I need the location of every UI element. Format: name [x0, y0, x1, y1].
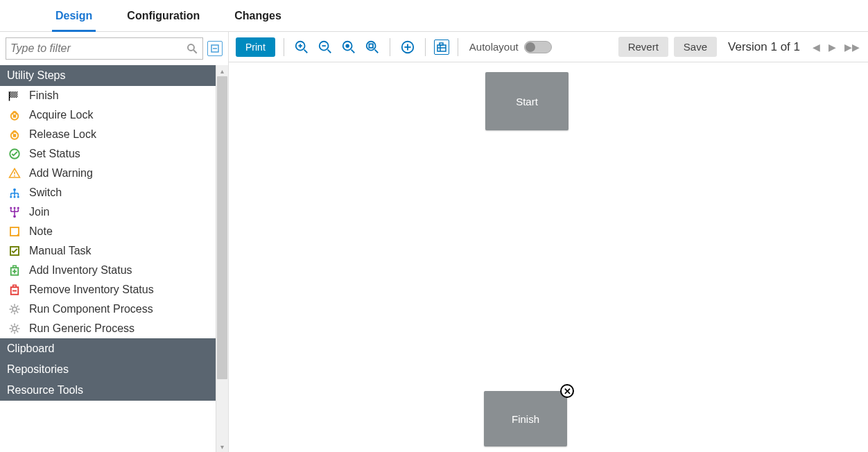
- version-last-icon[interactable]: ▶▶: [843, 42, 861, 53]
- svg-line-50: [17, 306, 18, 307]
- zoom-actual-icon[interactable]: [363, 38, 381, 56]
- version-prev-icon[interactable]: ◀: [811, 42, 822, 53]
- set-status-icon: [8, 148, 21, 160]
- step-item-gear[interactable]: Run Component Process: [0, 299, 216, 319]
- step-item-note[interactable]: Note: [0, 222, 216, 241]
- scrollbar-thumb[interactable]: [217, 76, 227, 379]
- svg-point-0: [188, 44, 194, 51]
- switch-icon: [8, 186, 21, 199]
- step-item-gear[interactable]: Run Generic Process: [0, 319, 216, 338]
- warning-icon: [8, 167, 21, 180]
- tab-changes[interactable]: Changes: [234, 0, 281, 32]
- step-item-set-status[interactable]: Set Status: [0, 144, 216, 164]
- svg-line-59: [17, 325, 18, 327]
- section-utility-steps[interactable]: Utility Steps: [0, 65, 216, 86]
- step-item-switch[interactable]: Switch: [0, 183, 216, 202]
- note-icon: [8, 225, 21, 238]
- svg-rect-72: [369, 44, 373, 47]
- svg-line-56: [11, 325, 12, 327]
- scroll-up-icon[interactable]: ▴: [216, 65, 228, 76]
- step-item-label: Acquire Lock: [29, 109, 94, 121]
- tab-design[interactable]: Design: [55, 0, 92, 32]
- join-icon: [8, 206, 21, 218]
- top-tabs: Design Configuration Changes: [0, 0, 868, 32]
- autolayout-label: Autolayout: [469, 41, 519, 53]
- svg-rect-11: [13, 134, 17, 137]
- step-item-release-lock[interactable]: Release Lock: [0, 125, 216, 144]
- revert-button[interactable]: Revert: [618, 37, 668, 57]
- finish-icon: [8, 89, 21, 102]
- svg-point-21: [10, 196, 12, 198]
- step-item-manual-task[interactable]: Manual Task: [0, 241, 216, 261]
- svg-line-61: [304, 49, 307, 53]
- step-item-label: Release Lock: [29, 128, 96, 141]
- svg-point-32: [13, 215, 16, 218]
- svg-line-47: [11, 306, 12, 307]
- scroll-down-icon[interactable]: ▾: [216, 441, 228, 452]
- svg-point-26: [17, 207, 19, 209]
- step-item-label: Run Generic Process: [29, 322, 134, 335]
- palette-sidebar: Utility Steps FinishAcquire LockRelease …: [0, 32, 229, 452]
- svg-point-15: [13, 189, 16, 191]
- svg-point-42: [12, 307, 17, 311]
- zoom-fit-icon[interactable]: [340, 38, 358, 56]
- add-inventory-icon: [8, 264, 21, 277]
- filter-input-wrap: [6, 37, 203, 60]
- collapse-all-button[interactable]: [207, 41, 223, 56]
- svg-rect-4: [10, 92, 18, 98]
- step-item-label: Note: [29, 225, 53, 238]
- canvas-node-finish[interactable]: Finish✕: [484, 391, 567, 446]
- canvas-node-start[interactable]: Start: [485, 72, 568, 130]
- step-item-label: Remove Inventory Status: [29, 284, 154, 296]
- svg-line-65: [327, 49, 331, 53]
- step-item-label: Add Warning: [29, 167, 93, 180]
- section-resource-tools[interactable]: Resource Tools: [0, 380, 216, 401]
- step-item-warning[interactable]: Add Warning: [0, 164, 216, 183]
- section-clipboard[interactable]: Clipboard: [0, 338, 216, 359]
- save-button[interactable]: Save: [674, 37, 717, 57]
- gear-icon: [8, 322, 21, 335]
- step-item-acquire-lock[interactable]: Acquire Lock: [0, 105, 216, 125]
- add-node-icon[interactable]: [399, 38, 417, 56]
- svg-rect-9: [13, 114, 17, 118]
- svg-point-23: [17, 196, 19, 198]
- print-button[interactable]: Print: [236, 37, 275, 57]
- node-close-icon[interactable]: ✕: [560, 384, 574, 398]
- autolayout-toggle[interactable]: [524, 41, 552, 53]
- step-item-label: Manual Task: [29, 245, 92, 257]
- svg-point-70: [367, 41, 376, 50]
- acquire-lock-icon: [8, 109, 21, 121]
- step-item-finish[interactable]: Finish: [0, 86, 216, 105]
- section-repositories[interactable]: Repositories: [0, 359, 216, 380]
- step-item-remove-inventory[interactable]: Remove Inventory Status: [0, 280, 216, 299]
- grid-view-icon[interactable]: [434, 40, 449, 55]
- svg-point-25: [14, 207, 16, 209]
- gear-icon: [8, 303, 21, 315]
- svg-point-69: [346, 44, 349, 47]
- svg-line-58: [11, 331, 12, 332]
- search-icon: [186, 42, 198, 55]
- manual-task-icon: [8, 245, 21, 257]
- filter-input[interactable]: [10, 42, 186, 55]
- svg-rect-79: [440, 43, 443, 45]
- svg-point-24: [10, 207, 12, 209]
- step-item-add-inventory[interactable]: Add Inventory Status: [0, 261, 216, 280]
- svg-line-71: [374, 49, 378, 53]
- svg-point-51: [12, 327, 17, 331]
- version-next-icon[interactable]: ▶: [827, 42, 837, 53]
- canvas-toolbar: Print Autolayout: [229, 32, 868, 62]
- zoom-out-icon[interactable]: [316, 38, 334, 56]
- version-text: Version 1 of 1: [728, 40, 800, 54]
- zoom-in-icon[interactable]: [293, 38, 311, 56]
- sidebar-scrollbar[interactable]: ▴ ▾: [216, 65, 228, 452]
- step-item-label: Switch: [29, 186, 62, 199]
- step-item-label: Join: [29, 206, 49, 218]
- process-canvas[interactable]: StartFinish✕: [229, 62, 868, 452]
- svg-rect-36: [13, 266, 17, 268]
- svg-rect-40: [13, 285, 17, 287]
- step-item-join[interactable]: Join: [0, 202, 216, 222]
- step-item-label: Run Component Process: [29, 303, 153, 315]
- tab-configuration[interactable]: Configuration: [127, 0, 200, 32]
- step-item-label: Add Inventory Status: [29, 264, 132, 277]
- remove-inventory-icon: [8, 284, 21, 296]
